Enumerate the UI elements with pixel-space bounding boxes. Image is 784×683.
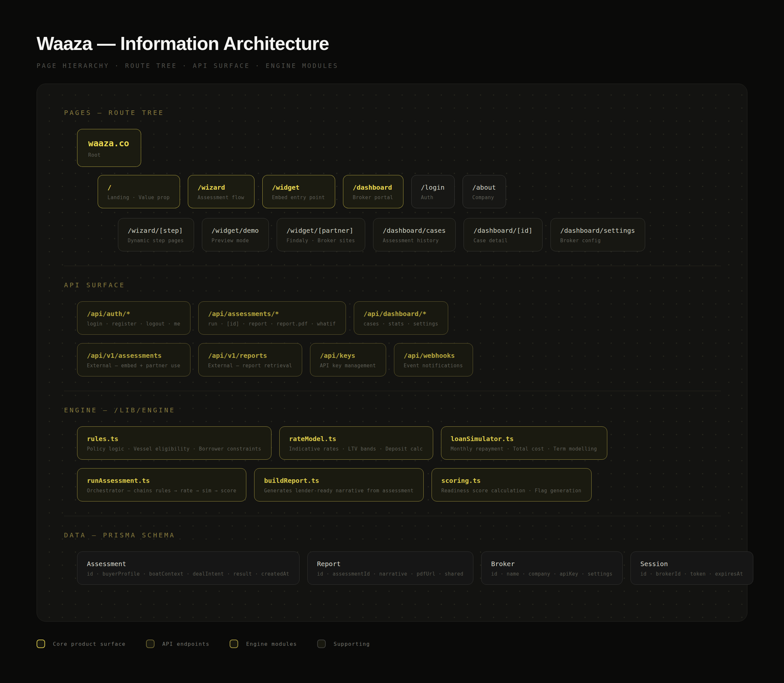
card-subtitle: id · brokerId · token · expiresAt: [640, 571, 743, 577]
card-title: Session: [640, 560, 743, 568]
card-subtitle: Case detail: [473, 238, 532, 244]
api-card: /api/keys API key management: [310, 343, 386, 377]
card-title: /widget/demo: [212, 226, 259, 234]
section-heading-routes: PAGES — ROUTE TREE: [64, 109, 721, 117]
legend-swatch-supporting: [317, 640, 326, 648]
card-subtitle: Embed entry point: [272, 195, 325, 200]
route-card: /about Company: [463, 175, 506, 208]
api-card: /api/dashboard/* cases · stats · setting…: [354, 301, 448, 335]
card-title: /widget/[partner]: [286, 226, 355, 234]
card-title: /api/keys: [320, 352, 376, 359]
entity-card: Assessment id · buyerProfile · boatConte…: [77, 552, 300, 585]
card-subtitle: Broker portal: [353, 195, 393, 200]
card-title: Assessment: [87, 560, 289, 568]
route-card: /wizard Assessment flow: [188, 175, 254, 208]
card-subtitle: Event notifications: [404, 363, 463, 369]
card-subtitle: login · register · logout · me: [87, 321, 180, 327]
page-title: Waaza — Information Architecture: [37, 33, 747, 54]
legend-swatch-api: [146, 640, 154, 648]
card-subtitle: run · [id] · report · report.pdf · whati…: [208, 321, 336, 327]
card-title: /api/webhooks: [404, 352, 463, 359]
card-subtitle: Root: [88, 152, 129, 158]
section-divider: [64, 391, 721, 391]
card-subtitle: External — report retrieval: [208, 363, 292, 369]
diagram-panel: PAGES — ROUTE TREE waaza.co Root / Landi…: [37, 83, 747, 622]
card-title: /widget: [272, 183, 325, 191]
api-row-2: /api/v1/assessments External — embed + p…: [77, 343, 721, 377]
card-title: /dashboard: [353, 183, 393, 191]
card-subtitle: Assessment flow: [198, 195, 244, 200]
api-card: /api/v1/reports External — report retrie…: [198, 343, 302, 377]
card-subtitle: Readiness score calculation · Flag gener…: [441, 488, 582, 494]
card-title: /api/v1/reports: [208, 352, 292, 359]
engine-row-1: rules.ts Policy logic · Vessel eligibili…: [77, 426, 721, 460]
card-title: /dashboard/cases: [383, 226, 446, 234]
route-card: /wizard/[step] Dynamic step pages: [118, 218, 194, 252]
route-card-root: waaza.co Root: [77, 129, 141, 167]
card-subtitle: Broker config: [560, 238, 635, 244]
route-card: /widget Embed entry point: [262, 175, 335, 208]
card-title: scoring.ts: [441, 477, 582, 484]
card-subtitle: Orchestrator — chains rules → rate → sim…: [87, 488, 236, 494]
card-title: rules.ts: [87, 435, 261, 443]
legend-label: Core product surface: [53, 641, 126, 647]
engine-card: loanSimulator.ts Monthly repayment · Tot…: [441, 426, 607, 460]
card-subtitle: External — embed + partner use: [87, 363, 180, 369]
entity-card: Report id · assessmentId · narrative · p…: [307, 552, 474, 585]
section-heading-api: API SURFACE: [64, 281, 721, 289]
route-card: /widget/demo Preview mode: [202, 218, 269, 252]
card-title: Broker: [491, 560, 612, 568]
api-card: /api/webhooks Event notifications: [394, 343, 473, 377]
route-card: /login Auth: [411, 175, 455, 208]
card-subtitle: Dynamic step pages: [128, 238, 184, 244]
route-card: /dashboard/cases Assessment history: [373, 218, 456, 252]
card-title: /dashboard/settings: [560, 226, 635, 234]
engine-card: runAssessment.ts Orchestrator — chains r…: [77, 468, 246, 502]
card-subtitle: Generates lender-ready narrative from as…: [264, 488, 413, 494]
legend-label: Supporting: [334, 641, 370, 647]
legend-item-api: API endpoints: [146, 640, 210, 648]
engine-row-2: runAssessment.ts Orchestrator — chains r…: [77, 468, 721, 502]
api-row-1: /api/auth/* login · register · logout · …: [77, 301, 721, 335]
card-title: /: [108, 183, 170, 191]
engine-card: rules.ts Policy logic · Vessel eligibili…: [77, 426, 272, 460]
card-subtitle: Policy logic · Vessel eligibility · Borr…: [87, 446, 261, 452]
engine-card: buildReport.ts Generates lender-ready na…: [254, 468, 423, 502]
card-title: /api/auth/*: [87, 310, 180, 317]
legend-swatch-core: [37, 640, 45, 648]
card-subtitle: Findaly · Broker sites: [286, 238, 355, 244]
card-title: /api/v1/assessments: [87, 352, 180, 359]
data-row: Assessment id · buyerProfile · boatConte…: [77, 552, 721, 585]
card-title: /api/dashboard/*: [363, 310, 439, 317]
card-subtitle: Assessment history: [383, 238, 446, 244]
card-subtitle: Monthly repayment · Total cost · Term mo…: [451, 446, 597, 452]
entity-card: Session id · brokerId · token · expiresA…: [630, 552, 753, 585]
page: Waaza — Information Architecture PAGE HI…: [0, 0, 784, 648]
card-subtitle: Preview mode: [212, 238, 259, 244]
card-title: /login: [421, 183, 445, 191]
legend-item-supporting: Supporting: [317, 640, 370, 648]
engine-card: rateModel.ts Indicative rates · LTV band…: [279, 426, 433, 460]
route-card: /dashboard Broker portal: [343, 175, 403, 208]
api-card: /api/v1/assessments External — embed + p…: [77, 343, 190, 377]
card-title: /api/assessments/*: [208, 310, 336, 317]
card-title: /wizard: [198, 183, 244, 191]
engine-card: scoring.ts Readiness score calculation ·…: [432, 468, 591, 502]
section-divider: [64, 516, 721, 516]
card-subtitle: Landing · Value prop: [108, 195, 170, 200]
page-subtitle: PAGE HIERARCHY · ROUTE TREE · API SURFAC…: [37, 62, 747, 69]
route-card: / Landing · Value prop: [98, 175, 180, 208]
card-title: /dashboard/[id]: [473, 226, 532, 234]
legend-label: Engine modules: [246, 641, 297, 647]
card-title: /wizard/[step]: [128, 226, 184, 234]
route-level2-row: /wizard/[step] Dynamic step pages /widge…: [118, 218, 721, 252]
card-subtitle: Company: [472, 195, 496, 200]
card-subtitle: Auth: [421, 195, 445, 200]
route-level1-row: / Landing · Value prop /wizard Assessmen…: [98, 175, 721, 208]
card-title: waaza.co: [88, 138, 129, 148]
section-heading-engine: ENGINE — /LIB/ENGINE: [64, 406, 721, 414]
api-card: /api/assessments/* run · [id] · report ·…: [198, 301, 346, 335]
card-title: loanSimulator.ts: [451, 435, 597, 443]
section-divider: [64, 266, 721, 266]
route-card: /dashboard/settings Broker config: [550, 218, 645, 252]
